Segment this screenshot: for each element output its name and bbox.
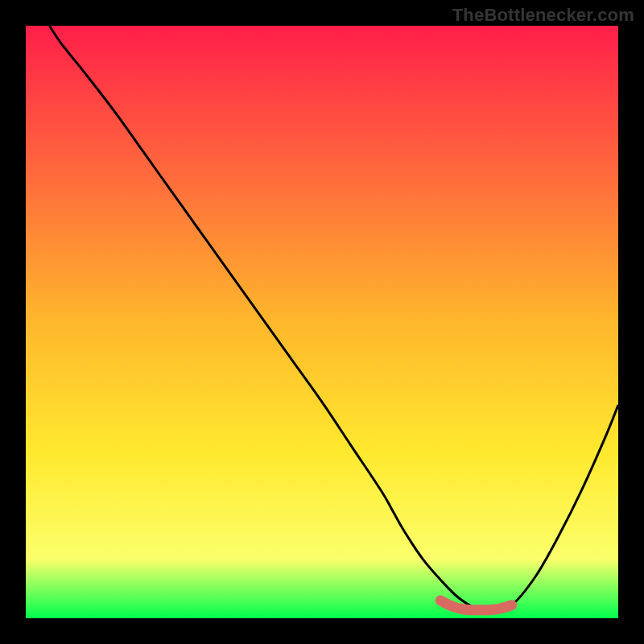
plot-svg xyxy=(26,26,618,618)
chart-container: TheBottlenecker.com xyxy=(0,0,644,644)
plot-area xyxy=(26,26,618,618)
gradient-background xyxy=(26,26,618,618)
watermark-label: TheBottlenecker.com xyxy=(452,5,634,26)
